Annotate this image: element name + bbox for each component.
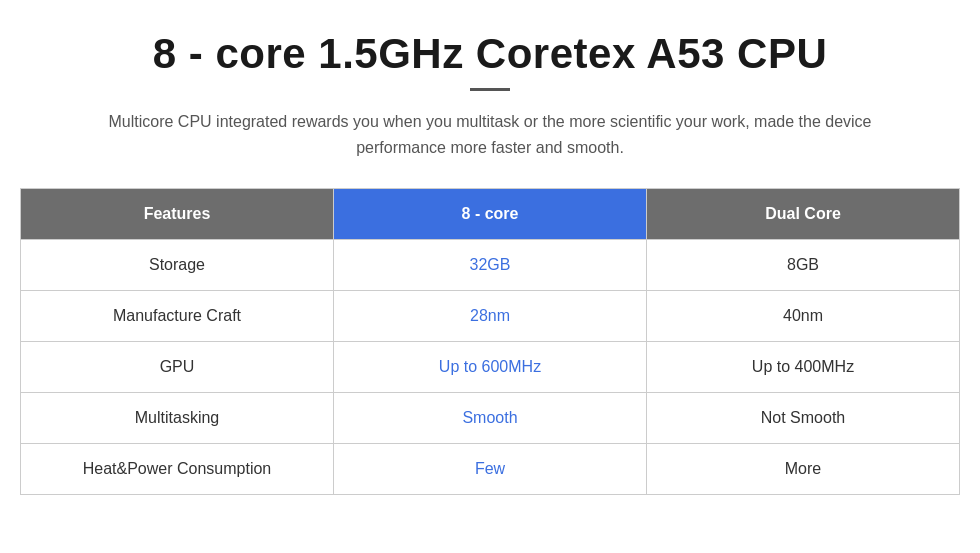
8core-value: 32GB (334, 240, 647, 291)
dual-value: Not Smooth (647, 393, 960, 444)
dual-value: 40nm (647, 291, 960, 342)
dual-value: Up to 400MHz (647, 342, 960, 393)
dual-value: More (647, 444, 960, 495)
feature-label: Manufacture Craft (21, 291, 334, 342)
table-row: Manufacture Craft28nm40nm (21, 291, 960, 342)
table-row: MultitaskingSmoothNot Smooth (21, 393, 960, 444)
header-features: Features (21, 189, 334, 240)
feature-label: Storage (21, 240, 334, 291)
comparison-table: Features 8 - core Dual Core Storage32GB8… (20, 188, 960, 495)
table-row: Heat&Power ConsumptionFewMore (21, 444, 960, 495)
dual-value: 8GB (647, 240, 960, 291)
title-divider (470, 88, 510, 91)
feature-label: GPU (21, 342, 334, 393)
header-dual: Dual Core (647, 189, 960, 240)
8core-value: Up to 600MHz (334, 342, 647, 393)
table-row: GPUUp to 600MHzUp to 400MHz (21, 342, 960, 393)
page-subtitle: Multicore CPU integrated rewards you whe… (80, 109, 900, 160)
table-row: Storage32GB8GB (21, 240, 960, 291)
header-8core: 8 - core (334, 189, 647, 240)
8core-value: Few (334, 444, 647, 495)
feature-label: Heat&Power Consumption (21, 444, 334, 495)
page-title: 8 - core 1.5GHz Coretex A53 CPU (153, 30, 828, 78)
8core-value: Smooth (334, 393, 647, 444)
8core-value: 28nm (334, 291, 647, 342)
feature-label: Multitasking (21, 393, 334, 444)
